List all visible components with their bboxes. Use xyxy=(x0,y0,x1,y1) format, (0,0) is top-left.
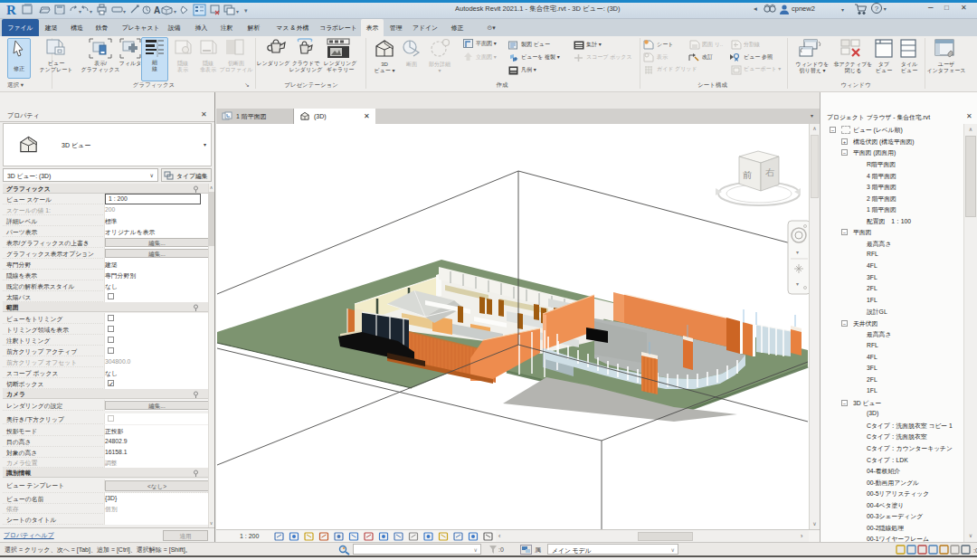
svg-text:前: 前 xyxy=(743,170,752,180)
svg-text:R: R xyxy=(6,3,16,17)
svg-text::0: :0 xyxy=(973,547,977,554)
svg-text::0: :0 xyxy=(498,546,504,553)
svg-text:▾: ▾ xyxy=(236,9,239,14)
svg-text:×: × xyxy=(515,56,518,62)
svg-text:▾: ▾ xyxy=(174,9,176,14)
svg-text:▾: ▾ xyxy=(244,7,248,14)
svg-text:▾: ▾ xyxy=(796,281,799,287)
svg-text:▾: ▾ xyxy=(90,9,92,14)
svg-text:右: 右 xyxy=(765,167,774,177)
svg-text:▾: ▾ xyxy=(79,9,81,14)
svg-text:▾: ▾ xyxy=(123,9,126,14)
svg-text:A: A xyxy=(154,5,160,15)
svg-text:▾: ▾ xyxy=(796,250,799,255)
